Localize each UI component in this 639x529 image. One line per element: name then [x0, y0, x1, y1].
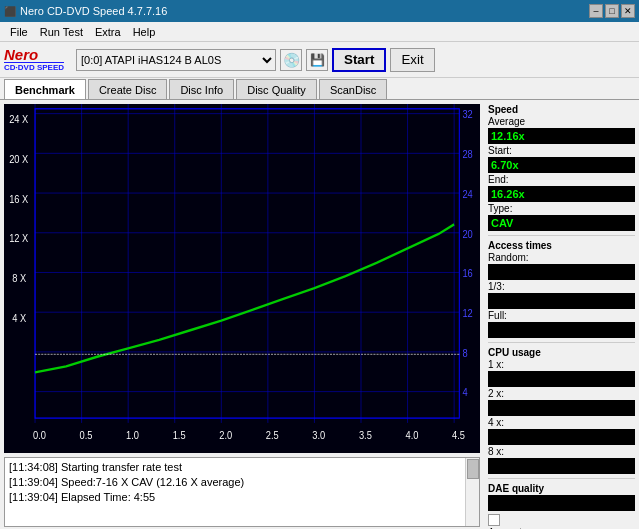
- logo-bottom: CD·DVD SPEED: [4, 62, 64, 72]
- full-value: [488, 322, 635, 338]
- close-button[interactable]: ✕: [621, 4, 635, 18]
- one-third-label: 1/3:: [488, 281, 635, 292]
- menu-bar: File Run Test Extra Help: [0, 22, 639, 42]
- dae-label: DAE quality: [488, 483, 635, 494]
- tab-scandisc[interactable]: ScanDisc: [319, 79, 387, 99]
- title-bar-left: ⬛ Nero CD-DVD Speed 4.7.7.16: [4, 5, 167, 17]
- type-value: CAV: [488, 215, 635, 231]
- drive-select[interactable]: [0:0] ATAPI iHAS124 B AL0S: [76, 49, 276, 71]
- svg-text:4 X: 4 X: [12, 312, 26, 324]
- cpu-label: CPU usage: [488, 347, 635, 358]
- svg-text:32: 32: [462, 109, 473, 121]
- average-label: Average: [488, 116, 635, 127]
- speed-chart: 24 X 20 X 16 X 12 X 8 X 4 X 32 28 24 20 …: [4, 104, 480, 453]
- minimize-button[interactable]: –: [589, 4, 603, 18]
- svg-rect-0: [4, 104, 480, 453]
- svg-text:4.5: 4.5: [452, 429, 465, 441]
- average-value: 12.16x: [488, 128, 635, 144]
- full-label: Full:: [488, 310, 635, 321]
- accurate-stream-row: [488, 514, 635, 526]
- svg-text:24: 24: [462, 188, 473, 200]
- random-label: Random:: [488, 252, 635, 263]
- save-icon[interactable]: 💾: [306, 49, 328, 71]
- svg-text:12 X: 12 X: [9, 233, 28, 245]
- speed-label: Speed: [488, 104, 635, 115]
- start-value: 6.70x: [488, 157, 635, 173]
- svg-text:24 X: 24 X: [9, 114, 28, 126]
- svg-text:12: 12: [462, 307, 473, 319]
- access-label: Access times: [488, 240, 635, 251]
- exit-button[interactable]: Exit: [390, 48, 434, 72]
- menu-file[interactable]: File: [4, 24, 34, 40]
- logo: Nero CD·DVD SPEED: [4, 47, 64, 72]
- dae-section: DAE quality Accurate stream: [488, 483, 635, 529]
- tab-disc-quality[interactable]: Disc Quality: [236, 79, 317, 99]
- title-bar-controls: – □ ✕: [589, 4, 635, 18]
- chart-container: 24 X 20 X 16 X 12 X 8 X 4 X 32 28 24 20 …: [4, 104, 480, 453]
- tab-create-disc[interactable]: Create Disc: [88, 79, 167, 99]
- app-icon: ⬛: [4, 6, 16, 17]
- media-icon[interactable]: 💿: [280, 49, 302, 71]
- log-line-3: [11:39:04] Elapsed Time: 4:55: [9, 490, 475, 505]
- cpu-8x-label: 8 x:: [488, 446, 635, 457]
- svg-text:0.0: 0.0: [33, 429, 46, 441]
- cpu-4x-label: 4 x:: [488, 417, 635, 428]
- tab-bar: Benchmark Create Disc Disc Info Disc Qua…: [0, 78, 639, 100]
- svg-text:28: 28: [462, 149, 473, 161]
- svg-text:2.0: 2.0: [219, 429, 232, 441]
- random-value: [488, 264, 635, 280]
- type-label: Type:: [488, 203, 635, 214]
- cpu-1x-label: 1 x:: [488, 359, 635, 370]
- end-value: 16.26x: [488, 186, 635, 202]
- end-label: End:: [488, 174, 635, 185]
- menu-extra[interactable]: Extra: [89, 24, 127, 40]
- svg-text:3.0: 3.0: [312, 429, 325, 441]
- maximize-button[interactable]: □: [605, 4, 619, 18]
- cpu-section: CPU usage 1 x: 2 x: 4 x: 8 x:: [488, 347, 635, 474]
- svg-text:1.5: 1.5: [173, 429, 186, 441]
- menu-help[interactable]: Help: [127, 24, 162, 40]
- tab-disc-info[interactable]: Disc Info: [169, 79, 234, 99]
- log-content: [11:34:08] Starting transfer rate test […: [5, 458, 479, 507]
- right-panel: Speed Average 12.16x Start: 6.70x End: 1…: [484, 100, 639, 529]
- svg-text:2.5: 2.5: [266, 429, 279, 441]
- svg-text:16 X: 16 X: [9, 193, 28, 205]
- svg-text:16: 16: [462, 268, 473, 280]
- log-area: [11:34:08] Starting transfer rate test […: [4, 457, 480, 527]
- cpu-2x-value: [488, 400, 635, 416]
- svg-text:3.5: 3.5: [359, 429, 372, 441]
- cpu-4x-value: [488, 429, 635, 445]
- log-line-2: [11:39:04] Speed:7-16 X CAV (12.16 X ave…: [9, 475, 475, 490]
- main-area: 24 X 20 X 16 X 12 X 8 X 4 X 32 28 24 20 …: [0, 100, 639, 529]
- speed-section: Speed Average 12.16x Start: 6.70x End: 1…: [488, 104, 635, 231]
- svg-text:4: 4: [462, 387, 468, 399]
- tab-benchmark[interactable]: Benchmark: [4, 79, 86, 99]
- svg-text:8 X: 8 X: [12, 272, 26, 284]
- cpu-1x-value: [488, 371, 635, 387]
- accurate-stream-checkbox[interactable]: [488, 514, 500, 526]
- svg-text:20 X: 20 X: [9, 153, 28, 165]
- one-third-value: [488, 293, 635, 309]
- menu-run-test[interactable]: Run Test: [34, 24, 89, 40]
- svg-text:1.0: 1.0: [126, 429, 139, 441]
- svg-text:4.0: 4.0: [405, 429, 418, 441]
- start-label: Start:: [488, 145, 635, 156]
- svg-text:20: 20: [462, 228, 473, 240]
- cpu-8x-value: [488, 458, 635, 474]
- svg-text:0.5: 0.5: [80, 429, 93, 441]
- app-title: Nero CD-DVD Speed 4.7.7.16: [20, 5, 167, 17]
- dae-value: [488, 495, 635, 511]
- log-scrollbar[interactable]: [465, 458, 479, 526]
- cpu-2x-label: 2 x:: [488, 388, 635, 399]
- logo-top: Nero: [4, 47, 64, 62]
- toolbar: Nero CD·DVD SPEED [0:0] ATAPI iHAS124 B …: [0, 42, 639, 78]
- log-line-1: [11:34:08] Starting transfer rate test: [9, 460, 475, 475]
- log-scroll-thumb[interactable]: [467, 459, 479, 479]
- svg-text:8: 8: [462, 347, 468, 359]
- title-bar: ⬛ Nero CD-DVD Speed 4.7.7.16 – □ ✕: [0, 0, 639, 22]
- access-section: Access times Random: 1/3: Full:: [488, 240, 635, 338]
- start-button[interactable]: Start: [332, 48, 386, 72]
